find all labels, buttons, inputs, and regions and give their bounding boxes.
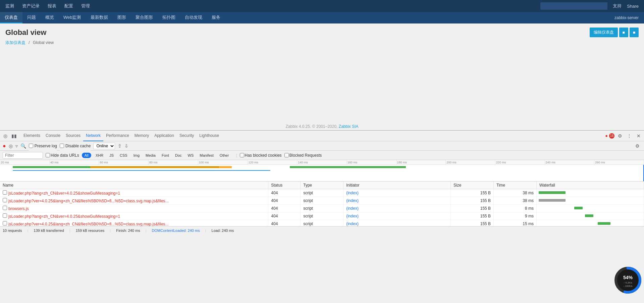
filter-js[interactable]: JS xyxy=(108,153,115,158)
sub-nav-拓扑图[interactable]: 拓扑图 xyxy=(158,12,180,23)
filter-bar: Hide data URLs All XHR JS CSS Img Media … xyxy=(0,151,644,160)
copyright-link[interactable]: Zabbix SIA xyxy=(339,124,359,129)
col-name[interactable]: Name xyxy=(0,182,268,189)
col-time[interactable]: Time xyxy=(494,182,537,189)
sub-navigation: 仪表盘 问题 概览 Web监测 最新数据 图形 聚合图形 拓扑图 自动发现 服务… xyxy=(0,12,644,23)
col-status[interactable]: Status xyxy=(268,182,301,189)
row-checkbox[interactable] xyxy=(3,221,7,225)
row-initiator: (index) xyxy=(343,212,451,220)
blocked-requests-checkbox[interactable] xyxy=(284,153,289,157)
row-checkbox[interactable] xyxy=(3,190,7,195)
finish-time: Finish: 240 ms xyxy=(116,229,140,233)
sub-nav-最新数据[interactable]: 最新数据 xyxy=(86,12,113,23)
tab-lighthouse[interactable]: Lighthouse xyxy=(197,131,222,141)
sub-nav-问题[interactable]: 问题 xyxy=(22,12,41,23)
filter-input[interactable] xyxy=(3,152,43,159)
top-nav-管理[interactable]: 管理 xyxy=(81,3,90,9)
record-button[interactable]: ● xyxy=(3,143,6,149)
breadcrumb-parent[interactable]: 添加仪表盘 xyxy=(5,40,25,45)
filter-ws[interactable]: WS xyxy=(186,153,196,158)
tab-console[interactable]: Console xyxy=(43,131,63,141)
top-nav-监测[interactable]: 监测 xyxy=(5,3,14,9)
row-waterfall xyxy=(537,212,644,220)
table-row[interactable]: jsLoader.php?lang=zh_CN&ver=4.0.25&showG… xyxy=(0,212,644,220)
has-blocked-cookies-checkbox[interactable] xyxy=(240,153,244,157)
inspect-element-icon[interactable]: ◎ xyxy=(1,132,9,140)
row-checkbox[interactable] xyxy=(3,198,7,202)
table-row[interactable]: browsers.js404script(index)155 B8 ms xyxy=(0,205,644,212)
timeline-tick: 80 ms xyxy=(149,160,198,164)
col-initiator[interactable]: Initiator xyxy=(343,182,451,189)
filter-img[interactable]: Img xyxy=(132,153,141,158)
tab-memory[interactable]: Memory xyxy=(132,131,152,141)
device-mode-icon[interactable]: ▮▮ xyxy=(10,132,18,140)
top-nav-search[interactable] xyxy=(540,2,607,10)
row-checkbox[interactable] xyxy=(3,213,7,218)
initiator-link[interactable]: (index) xyxy=(346,214,359,218)
filter-media[interactable]: Media xyxy=(144,153,157,158)
sub-nav-自动发现[interactable]: 自动发现 xyxy=(180,12,207,23)
network-settings-icon[interactable]: ⚙ xyxy=(633,142,641,150)
devtools-settings-icon[interactable]: ⚙ xyxy=(616,132,624,140)
table-row[interactable]: jsLoader.php?lang=zh_CN&ver=4.0.25&showG… xyxy=(0,189,644,197)
dashboard-icon-btn-1[interactable]: ■ xyxy=(619,28,628,37)
filter-xhr[interactable]: XHR xyxy=(94,153,105,158)
row-type: script xyxy=(301,189,343,197)
sub-nav-概览[interactable]: 概览 xyxy=(41,12,59,23)
tab-network[interactable]: Network xyxy=(83,131,103,141)
import-icon[interactable]: ⇧ xyxy=(118,143,122,149)
sub-nav-服务[interactable]: 服务 xyxy=(207,12,225,23)
hide-data-urls-checkbox[interactable] xyxy=(46,153,50,157)
sub-nav-图形[interactable]: 图形 xyxy=(113,12,131,23)
filter-icon[interactable]: ▿ xyxy=(15,143,18,149)
row-checkbox[interactable] xyxy=(3,206,7,210)
col-size[interactable]: Size xyxy=(451,182,494,189)
table-row[interactable]: jsLoader.php?ver=4.0.25&lang=zh_CN&files… xyxy=(0,220,644,226)
filter-manifest[interactable]: Manifest xyxy=(198,153,215,158)
row-name: jsLoader.php?ver=4.0.25&lang=zh_CN&files… xyxy=(8,222,169,226)
filter-all[interactable]: All xyxy=(82,153,91,158)
filter-css[interactable]: CSS xyxy=(118,153,129,158)
top-nav-share[interactable]: Share xyxy=(627,4,639,9)
top-nav-配置[interactable]: 配置 xyxy=(64,3,73,9)
top-nav-资产记录[interactable]: 资产记录 xyxy=(22,3,40,9)
timeline-ruler: 20 ms40 ms60 ms80 ms100 ms120 ms140 ms16… xyxy=(0,160,644,165)
export-icon[interactable]: ⇩ xyxy=(124,143,128,149)
search-icon[interactable]: 🔍 xyxy=(20,143,26,149)
disable-cache-checkbox[interactable] xyxy=(60,144,64,148)
devtools-more-icon[interactable]: ⋮ xyxy=(625,132,633,140)
top-nav-support[interactable]: 支持 xyxy=(613,3,622,9)
initiator-link[interactable]: (index) xyxy=(346,206,359,211)
edit-dashboard-button[interactable]: 编辑仪表盘 xyxy=(590,28,618,37)
top-nav-报表[interactable]: 报表 xyxy=(48,3,56,9)
page-header: Global view 编辑仪表盘 ■ ■ xyxy=(5,28,639,37)
top-navigation: 监测 资产记录 报表 配置 管理 支持 Share xyxy=(0,0,644,12)
initiator-link[interactable]: (index) xyxy=(346,198,359,203)
preserve-log-checkbox[interactable] xyxy=(29,144,33,148)
table-row[interactable]: jsLoader.php?ver=4.0.25&lang=zh_CN&files… xyxy=(0,197,644,205)
sub-nav-聚合图形[interactable]: 聚合图形 xyxy=(131,12,158,23)
dashboard-icon-btn-2[interactable]: ■ xyxy=(630,28,639,37)
dashboard-content xyxy=(0,52,644,123)
network-table-wrapper: Name Status Type Initiator Size Time Wat… xyxy=(0,182,644,226)
filter-doc[interactable]: Doc xyxy=(173,153,183,158)
header-buttons: 编辑仪表盘 ■ ■ xyxy=(590,28,639,37)
clear-button[interactable]: ◎ xyxy=(9,143,13,149)
transferred-size: 139 kB transferred xyxy=(34,229,64,233)
tab-elements[interactable]: Elements xyxy=(21,131,43,141)
filter-other[interactable]: Other xyxy=(218,153,231,158)
tab-performance[interactable]: Performance xyxy=(103,131,132,141)
throttling-select[interactable]: Online xyxy=(93,143,115,149)
sub-nav-仪表盘[interactable]: 仪表盘 xyxy=(0,12,22,23)
col-waterfall[interactable]: Waterfall xyxy=(537,182,644,189)
col-type[interactable]: Type xyxy=(301,182,343,189)
tab-application[interactable]: Application xyxy=(152,131,177,141)
tab-sources[interactable]: Sources xyxy=(63,131,83,141)
devtools-close-icon[interactable]: ✕ xyxy=(635,132,643,140)
initiator-link[interactable]: (index) xyxy=(346,191,359,195)
sub-nav-web监测[interactable]: Web监测 xyxy=(59,12,86,23)
initiator-link[interactable]: (index) xyxy=(346,221,359,226)
tab-security[interactable]: Security xyxy=(177,131,197,141)
filter-font[interactable]: Font xyxy=(160,153,171,158)
timeline-tick: 220 ms xyxy=(495,160,545,164)
